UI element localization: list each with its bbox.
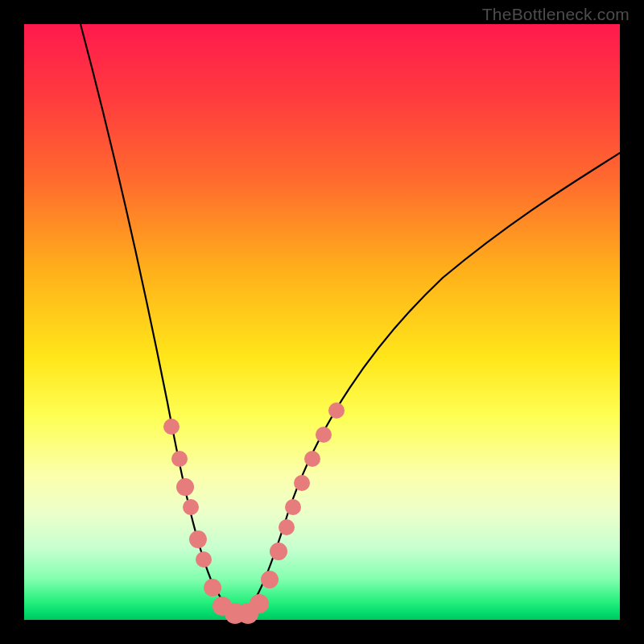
bead-marker <box>294 475 310 491</box>
bead-marker <box>171 451 188 467</box>
watermark-text: TheBottleneck.com <box>482 5 630 24</box>
bead-marker <box>261 571 279 588</box>
right-curve-path <box>240 153 620 615</box>
left-curve-path <box>80 24 240 615</box>
bead-marker <box>285 499 301 515</box>
bead-marker <box>183 499 199 515</box>
plot-area <box>24 24 620 620</box>
bead-marker <box>163 419 180 435</box>
bead-marker <box>196 551 212 568</box>
bead-marker <box>270 543 287 560</box>
bead-marker <box>204 579 221 597</box>
bead-marker <box>189 530 207 548</box>
bead-marker <box>250 594 269 613</box>
curve-layer <box>24 24 620 620</box>
bead-marker <box>328 402 345 419</box>
bead-marker <box>316 427 332 443</box>
bead-marker <box>279 519 295 535</box>
bead-marker <box>176 478 194 496</box>
bead-marker <box>304 451 320 467</box>
